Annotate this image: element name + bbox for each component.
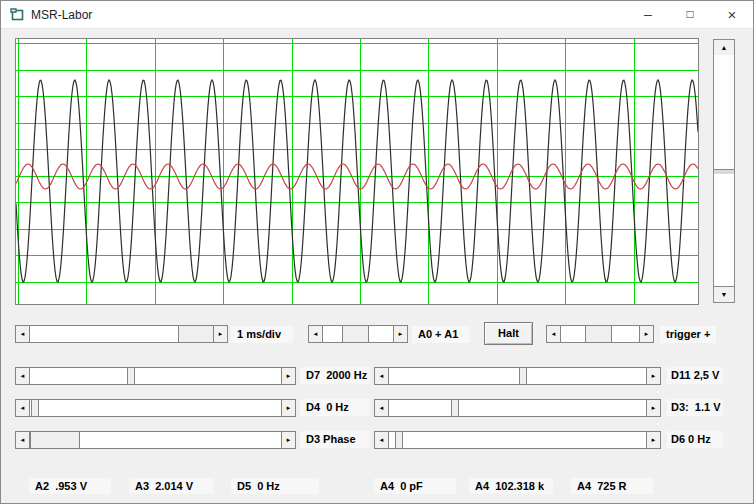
vertical-scrollbar-thumb[interactable] <box>714 55 734 174</box>
d7-frequency-thumb[interactable] <box>127 368 135 384</box>
maximize-button[interactable]: □ <box>669 1 711 28</box>
arrow-right-icon[interactable]: ► <box>393 326 407 342</box>
status-a3-voltage: A3 2.014 V <box>129 478 214 494</box>
status-a4-capacitance: A4 0 pF <box>374 478 456 494</box>
halt-button[interactable]: Halt <box>484 322 533 345</box>
input-select-label: A0 + A1 <box>412 326 470 343</box>
d6-frequency-thumb[interactable] <box>395 432 403 448</box>
arrow-left-icon[interactable]: ◄ <box>375 368 389 384</box>
d4-frequency-thumb[interactable] <box>31 400 39 416</box>
scope-canvas <box>16 39 698 304</box>
arrow-right-icon[interactable]: ► <box>281 368 295 384</box>
d11-voltage-scrollbar[interactable]: ◄ ► <box>374 367 661 385</box>
d7-frequency-label: D7 2000 Hz <box>300 367 370 384</box>
arrow-left-icon[interactable]: ◄ <box>16 432 30 448</box>
d11-voltage-label: D11 2,5 V <box>667 367 723 384</box>
arrow-left-icon[interactable]: ◄ <box>16 368 30 384</box>
d3-phase-label: D3 Phase <box>300 431 370 448</box>
d3-voltage-label: D3: 1.1 V <box>667 399 723 416</box>
timebase-thumb[interactable] <box>178 326 215 342</box>
d3-voltage-scrollbar[interactable]: ◄ ► <box>374 399 661 417</box>
arrow-right-icon[interactable]: ► <box>639 326 653 342</box>
arrow-left-icon[interactable]: ◄ <box>309 326 323 342</box>
status-d5-frequency: D5 0 Hz <box>231 478 319 494</box>
trigger-label: trigger + <box>660 326 716 343</box>
d3-phase-thumb[interactable] <box>30 432 80 448</box>
arrow-left-icon[interactable]: ◄ <box>375 432 389 448</box>
close-button[interactable]: × <box>711 1 753 28</box>
timebase-label: 1 ms/div <box>231 326 293 343</box>
input-select-scrollbar[interactable]: ◄ ► <box>308 325 408 343</box>
arrow-right-icon[interactable]: ► <box>213 326 227 342</box>
status-a4-resistance-k: A4 102.318 k <box>469 478 553 494</box>
status-a2-voltage: A2 .953 V <box>29 478 111 494</box>
titlebar: MSR-Labor – □ × <box>1 1 753 29</box>
form-icon <box>10 8 24 21</box>
d7-frequency-scrollbar[interactable]: ◄ ► <box>15 367 296 385</box>
arrow-left-icon[interactable]: ◄ <box>16 400 30 416</box>
arrow-right-icon[interactable]: ► <box>281 400 295 416</box>
trigger-thumb[interactable] <box>585 326 612 342</box>
timebase-scrollbar[interactable]: ◄ ► <box>15 325 228 343</box>
input-select-thumb[interactable] <box>342 326 369 342</box>
scope-vertical-scrollbar[interactable]: ▲ ▼ <box>713 39 735 303</box>
d3-phase-scrollbar[interactable]: ◄ ► <box>15 431 296 449</box>
arrow-right-icon[interactable]: ► <box>646 432 660 448</box>
arrow-left-icon[interactable]: ◄ <box>16 326 30 342</box>
arrow-right-icon[interactable]: ► <box>281 432 295 448</box>
arrow-left-icon[interactable]: ◄ <box>375 400 389 416</box>
d6-frequency-scrollbar[interactable]: ◄ ► <box>374 431 661 449</box>
d11-voltage-thumb[interactable] <box>519 368 527 384</box>
arrow-right-icon[interactable]: ► <box>646 368 660 384</box>
scope-display <box>15 38 699 305</box>
d6-frequency-label: D6 0 Hz <box>667 431 723 448</box>
scroll-up-icon[interactable]: ▲ <box>714 40 734 56</box>
d3-voltage-thumb[interactable] <box>451 400 459 416</box>
status-a4-resistance-r: A4 725 R <box>571 478 653 494</box>
trigger-scrollbar[interactable]: ◄ ► <box>546 325 654 343</box>
minimize-button[interactable]: – <box>627 1 669 28</box>
d4-frequency-label: D4 0 Hz <box>300 399 370 416</box>
scroll-down-icon[interactable]: ▼ <box>714 286 734 302</box>
d4-frequency-scrollbar[interactable]: ◄ ► <box>15 399 296 417</box>
window-title: MSR-Labor <box>31 8 92 22</box>
arrow-left-icon[interactable]: ◄ <box>547 326 561 342</box>
arrow-right-icon[interactable]: ► <box>646 400 660 416</box>
app-window: MSR-Labor – □ × ▲ ▼ ◄ ► 1 ms/div ◄ ► A0 … <box>0 0 754 504</box>
